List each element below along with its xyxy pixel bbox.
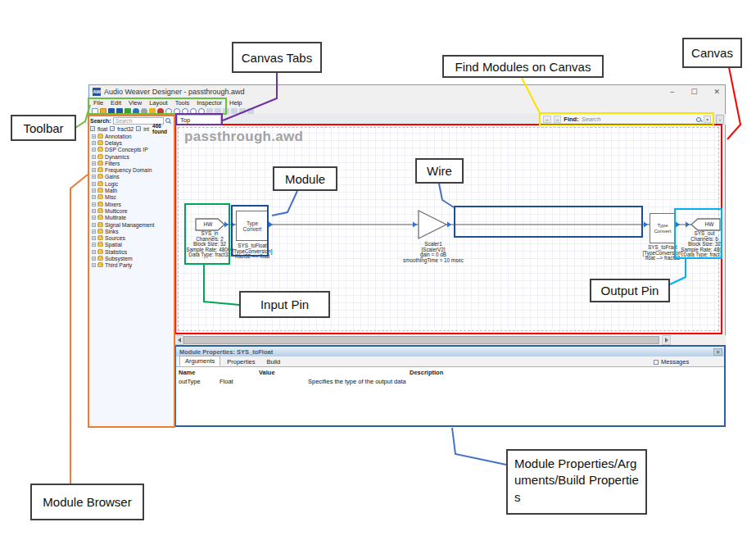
expander-icon[interactable]: +	[92, 257, 96, 261]
expander-icon[interactable]: +	[92, 223, 96, 227]
tree-item-annotation[interactable]: +Annotation	[90, 133, 173, 139]
menu-help[interactable]: Help	[229, 99, 242, 107]
tree-item-delays[interactable]: +Delays	[90, 139, 173, 146]
pin-icon[interactable]	[231, 222, 235, 228]
open-file-icon[interactable]	[100, 108, 106, 115]
fract32-checkbox[interactable]: ✓	[110, 126, 115, 131]
find-input[interactable]	[582, 116, 695, 124]
scroll-right-button[interactable]	[662, 335, 671, 345]
int-filter-label: int	[143, 126, 149, 132]
int-checkbox[interactable]: ✓	[136, 126, 141, 131]
scrollbar-thumb[interactable]	[183, 336, 659, 344]
type-convert-block-to-float[interactable]: Type Convert	[236, 211, 269, 241]
expander-icon[interactable]: +	[92, 134, 96, 138]
callout-find-modules: Find Modules on Canvas	[442, 55, 604, 78]
find-next-button[interactable]: ››	[554, 116, 562, 123]
menu-file[interactable]: File	[93, 99, 103, 107]
menu-tools[interactable]: Tools	[175, 99, 190, 107]
scaler-shape[interactable]	[419, 211, 446, 238]
expander-icon[interactable]: +	[92, 141, 96, 145]
profile-icon[interactable]	[149, 108, 156, 115]
expander-icon[interactable]: +	[92, 243, 96, 247]
tab-build[interactable]: Build	[261, 357, 285, 366]
expander-icon[interactable]: +	[92, 161, 96, 166]
maximize-button[interactable]: ☐	[690, 88, 697, 96]
menu-edit[interactable]: Edit	[111, 99, 121, 107]
menu-view[interactable]: View	[129, 99, 142, 107]
module-browser-connector	[70, 175, 88, 484]
expander-icon[interactable]: +	[92, 229, 96, 234]
tree-item-math[interactable]: +Math	[90, 187, 173, 193]
expander-icon[interactable]: +	[92, 209, 96, 213]
minimize-button[interactable]: –	[670, 88, 674, 96]
tree-item-sources[interactable]: +Sources	[90, 234, 173, 241]
tree-item-subsystem[interactable]: +Subsystem	[90, 255, 173, 261]
folder-icon	[97, 257, 103, 261]
arg-name-cell[interactable]: outType	[179, 378, 201, 385]
column-description: Description	[410, 369, 443, 376]
pin-icon[interactable]	[413, 222, 417, 228]
properties-title: Module Properties: SYS_toFloat	[179, 348, 273, 356]
expander-icon[interactable]: +	[92, 148, 96, 152]
new-file-icon[interactable]	[92, 108, 98, 115]
tree-item-sinks[interactable]: +Sinks	[90, 228, 173, 234]
tree-item-gains[interactable]: +Gains	[90, 174, 173, 180]
pin-icon[interactable]	[686, 222, 690, 228]
sys-out-caption: SYS_out Channels: 6 Block Size: 32 Sampl…	[679, 231, 722, 258]
float-checkbox[interactable]: ✓	[90, 126, 95, 131]
canvas-horizontal-scrollbar[interactable]	[174, 335, 726, 345]
stop-icon[interactable]	[141, 108, 147, 115]
expander-icon[interactable]: +	[92, 182, 96, 186]
pin-icon[interactable]	[676, 222, 680, 228]
pin-icon[interactable]	[644, 222, 648, 228]
tree-item-dynamics[interactable]: +Dynamics	[90, 153, 173, 160]
expander-icon[interactable]: +	[92, 175, 96, 179]
save-all-icon[interactable]	[116, 108, 123, 115]
tree-item-signal-management[interactable]: +Signal Management	[90, 221, 173, 228]
tree-item-statistics[interactable]: +Statistics	[90, 248, 173, 255]
expander-icon[interactable]: +	[92, 195, 96, 199]
find-previous-button[interactable]: ‹‹	[543, 116, 551, 123]
scaler-caption: Scaler1 [ScalerV2] gain = 0 dB smoothing…	[401, 242, 466, 263]
messages-checkbox[interactable]	[654, 360, 659, 365]
tree-item-spatial[interactable]: +Spatial	[90, 242, 173, 248]
find-search-icon[interactable]	[696, 117, 701, 122]
arg-value-cell[interactable]: Float	[220, 378, 233, 385]
tree-item-dsp-concepts-ip[interactable]: +DSP Concepts IP	[90, 147, 173, 153]
find-options-button[interactable]: ▾	[704, 116, 711, 123]
properties-close-icon[interactable]: ×	[713, 348, 722, 356]
menu-inspector[interactable]: Inspector	[197, 99, 222, 107]
menu-layout[interactable]: Layout	[149, 99, 168, 107]
expander-icon[interactable]: +	[92, 236, 96, 240]
expander-icon[interactable]: +	[92, 202, 96, 207]
expander-icon[interactable]: +	[92, 188, 96, 193]
record-icon[interactable]	[157, 108, 164, 115]
expander-icon[interactable]: +	[92, 263, 96, 267]
pin-icon[interactable]	[269, 222, 273, 228]
expander-icon[interactable]: +	[92, 250, 96, 254]
run-icon[interactable]	[133, 108, 139, 115]
tree-item-multirate[interactable]: +Multirate	[90, 215, 173, 221]
expander-icon[interactable]: +	[92, 168, 96, 172]
tree-item-mixers[interactable]: +Mixers	[90, 201, 173, 207]
tab-properties[interactable]: Properties	[222, 357, 260, 366]
tree-item-filters[interactable]: +Filters	[90, 160, 173, 166]
zoom-in-icon[interactable]	[165, 108, 172, 115]
close-button[interactable]: ✕	[713, 88, 720, 96]
hardware-connect-icon[interactable]	[124, 108, 131, 115]
expander-icon[interactable]: +	[92, 216, 96, 220]
scroll-left-button[interactable]	[174, 335, 183, 345]
tree-item-misc[interactable]: +Misc	[90, 194, 173, 201]
pin-icon[interactable]	[224, 222, 229, 228]
tree-item-multicore[interactable]: +Multicore	[90, 207, 173, 214]
expander-icon[interactable]: +	[92, 155, 96, 159]
pin-icon[interactable]	[447, 222, 451, 228]
save-icon[interactable]	[108, 108, 115, 115]
tree-item-frequency-domain[interactable]: +Frequency Domain	[90, 166, 173, 173]
folder-icon	[97, 209, 103, 213]
tree-item-logic[interactable]: +Logic	[90, 180, 173, 187]
tree-item-third-party[interactable]: +Third Party	[90, 262, 173, 269]
window-title: Audio Weaver Designer - passthrough.awd	[104, 88, 244, 96]
tab-arguments[interactable]: Arguments	[179, 356, 220, 366]
type-convert-block-to-fract[interactable]: Type Convert	[650, 213, 676, 243]
